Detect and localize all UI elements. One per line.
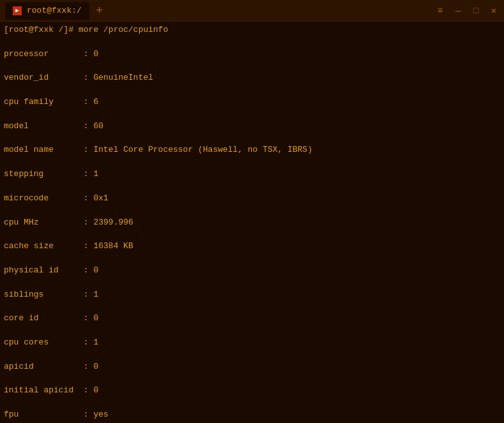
titlebar-left: ▶ root@fxxk:/ + [5, 2, 107, 20]
terminal-output-line: processor : 0 [4, 48, 500, 61]
tab-label: root@fxxk:/ [27, 6, 82, 15]
terminal-output-line: cache size : 16384 KB [4, 241, 500, 253]
terminal-output-line: model : 60 [4, 121, 500, 133]
terminal-window: ▶ root@fxxk:/ + ≡ — □ ✕ [root@fxxk /]# m… [0, 0, 504, 423]
terminal-output-line: stepping : 1 [4, 168, 500, 181]
menu-button[interactable]: ≡ [435, 6, 445, 16]
new-tab-button[interactable]: + [92, 3, 107, 19]
terminal-output-line: cpu MHz : 2399.996 [4, 217, 500, 229]
terminal-content[interactable]: [root@fxxk /]# more /proc/cpuinfo proces… [0, 22, 504, 423]
terminal-output-line: microcode : 0x1 [4, 193, 500, 205]
terminal-tab[interactable]: ▶ root@fxxk:/ [5, 2, 89, 20]
titlebar-controls: ≡ — □ ✕ [435, 6, 499, 16]
minimize-button[interactable]: — [453, 6, 463, 16]
terminal-output-line: apicid : 0 [4, 361, 500, 373]
terminal-output-line: siblings : 1 [4, 289, 500, 301]
terminal-output-line: model name : Intel Core Processor (Haswe… [4, 144, 500, 156]
close-button[interactable]: ✕ [489, 6, 499, 16]
terminal-output-line: vendor_id : GenuineIntel [4, 72, 500, 84]
titlebar: ▶ root@fxxk:/ + ≡ — □ ✕ [0, 0, 504, 22]
terminal-output-line: fpu : yes [4, 409, 500, 421]
terminal-output-line: cpu cores : 1 [4, 337, 500, 349]
terminal-output-line: cpu family : 6 [4, 96, 500, 108]
restore-button[interactable]: □ [471, 6, 481, 16]
command-line: [root@fxxk /]# more /proc/cpuinfo [4, 24, 500, 36]
terminal-output-line: physical id : 0 [4, 265, 500, 277]
terminal-output-line: core id : 0 [4, 313, 500, 325]
tab-icon: ▶ [13, 6, 22, 15]
terminal-output-line: initial apicid : 0 [4, 385, 500, 397]
